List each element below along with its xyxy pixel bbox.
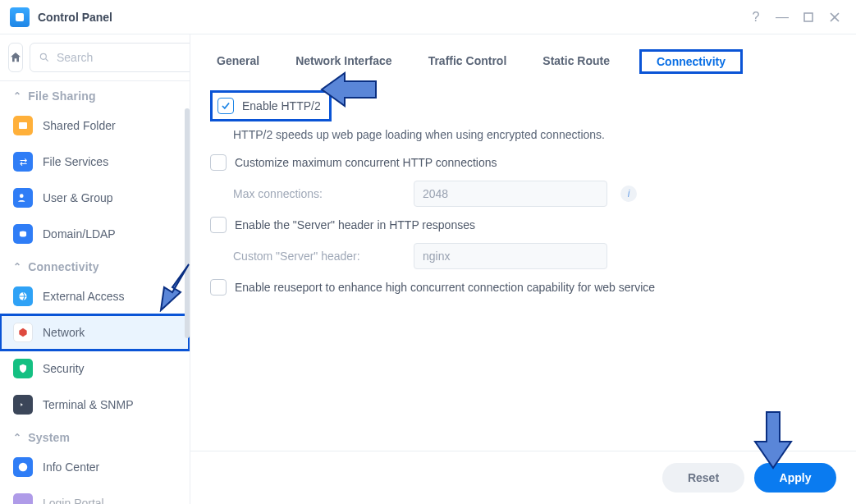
tab-bar: General Network Interface Traffic Contro…: [190, 34, 856, 74]
window-titlebar: Control Panel ? —: [0, 0, 856, 34]
network-icon: [13, 323, 33, 342]
section-label: File Sharing: [28, 89, 96, 103]
login-icon: [13, 493, 33, 504]
reuseport-checkbox[interactable]: [210, 279, 227, 296]
search-box[interactable]: [30, 43, 190, 72]
tab-traffic-control[interactable]: Traffic Control: [422, 49, 514, 74]
sidebar-item-terminal-snmp[interactable]: Terminal & SNMP: [0, 387, 190, 423]
search-icon: [39, 52, 50, 63]
ldap-icon: [13, 224, 33, 244]
sidebar-item-shared-folder[interactable]: Shared Folder: [0, 108, 190, 144]
file-icon: ⇄: [13, 152, 33, 172]
sidebar-item-label: External Access: [43, 290, 125, 303]
sidebar-item-user-group[interactable]: User & Group: [0, 180, 190, 216]
chevron-up-icon: ⌃: [13, 432, 21, 443]
sidebar-item-domain-ldap[interactable]: Domain/LDAP: [0, 216, 190, 252]
folder-icon: [13, 116, 33, 135]
shield-icon: [13, 359, 33, 378]
help-icon[interactable]: ?: [744, 6, 767, 29]
section-label: System: [28, 431, 70, 444]
reuseport-row[interactable]: Enable reuseport to enhance high concurr…: [210, 274, 836, 300]
footer-bar: Reset Apply: [190, 451, 856, 504]
chevron-up-icon: ⌃: [13, 90, 21, 102]
svg-point-1: [40, 53, 46, 59]
http2-hint: HTTP/2 speeds up web page loading when u…: [210, 126, 836, 149]
tab-static-route[interactable]: Static Route: [536, 49, 616, 74]
reset-button[interactable]: Reset: [662, 463, 744, 493]
enable-http2-checkbox[interactable]: [217, 98, 234, 114]
server-header-checkbox[interactable]: [210, 217, 227, 233]
server-header-label: Enable the "Server" header in HTTP respo…: [235, 218, 475, 231]
sidebar-item-file-services[interactable]: ⇄ File Services: [0, 144, 190, 180]
max-conn-subrow: Max connections: 2048 i: [210, 176, 836, 212]
sidebar-item-label: Terminal & SNMP: [43, 398, 133, 411]
section-label: Connectivity: [28, 260, 98, 273]
sidebar-item-info-center[interactable]: i Info Center: [0, 449, 190, 485]
section-connectivity[interactable]: ⌃ Connectivity: [0, 252, 190, 278]
custom-server-header-subrow: Custom "Server" header: nginx: [210, 238, 836, 274]
custom-server-header-label: Custom "Server" header:: [233, 250, 405, 263]
sidebar: ⌃ File Sharing Shared Folder ⇄ File Serv…: [0, 34, 190, 504]
customize-max-conn-checkbox[interactable]: [210, 154, 227, 171]
max-conn-input[interactable]: 2048: [414, 181, 607, 207]
minimize-icon[interactable]: —: [771, 6, 794, 29]
sidebar-item-label: Domain/LDAP: [43, 227, 116, 241]
window-title: Control Panel: [38, 11, 112, 24]
customize-max-conn-label: Customize maximum concurrent HTTP connec…: [235, 156, 497, 169]
sidebar-item-label: Network: [43, 326, 85, 339]
apply-button[interactable]: Apply: [754, 463, 836, 493]
search-input[interactable]: [55, 50, 190, 65]
chevron-up-icon: ⌃: [13, 261, 21, 273]
sidebar-item-label: File Services: [43, 155, 108, 168]
svg-rect-0: [804, 13, 813, 21]
sidebar-item-external-access[interactable]: External Access: [0, 278, 190, 314]
enable-http2-label: Enable HTTP/2: [242, 99, 321, 112]
globe-link-icon: [13, 286, 33, 306]
custom-server-header-input[interactable]: nginx: [414, 243, 607, 269]
scrollbar-thumb[interactable]: [185, 108, 190, 338]
app-icon: [10, 7, 30, 27]
sidebar-item-label: User & Group: [43, 191, 113, 204]
terminal-icon: [13, 395, 33, 415]
section-file-sharing[interactable]: ⌃ File Sharing: [0, 81, 190, 108]
sidebar-item-label: Info Center: [43, 460, 99, 474]
maximize-icon[interactable]: [797, 6, 820, 29]
info-icon: i: [13, 457, 33, 477]
sidebar-item-label: Login Portal: [43, 497, 104, 504]
main-panel: General Network Interface Traffic Contro…: [190, 34, 856, 504]
sidebar-item-label: Shared Folder: [43, 119, 116, 132]
server-header-row[interactable]: Enable the "Server" header in HTTP respo…: [210, 212, 836, 238]
enable-http2-row[interactable]: Enable HTTP/2: [210, 90, 332, 121]
home-button[interactable]: [8, 43, 23, 72]
info-tooltip-icon[interactable]: i: [620, 186, 637, 202]
sidebar-item-label: Security: [43, 362, 85, 375]
tab-general[interactable]: General: [210, 49, 266, 74]
max-conn-label: Max connections:: [233, 187, 405, 200]
sidebar-item-login-portal[interactable]: Login Portal: [0, 485, 190, 504]
reuseport-label: Enable reuseport to enhance high concurr…: [235, 281, 655, 294]
users-icon: [13, 188, 33, 208]
close-icon[interactable]: [823, 6, 846, 29]
sidebar-item-security[interactable]: Security: [0, 351, 190, 387]
tab-network-interface[interactable]: Network Interface: [289, 49, 398, 74]
section-system[interactable]: ⌃ System: [0, 423, 190, 449]
customize-max-conn-row[interactable]: Customize maximum concurrent HTTP connec…: [210, 149, 836, 176]
tab-connectivity[interactable]: Connectivity: [639, 49, 743, 74]
svg-point-2: [20, 194, 24, 198]
tab-content: Enable HTTP/2 HTTP/2 speeds up web page …: [190, 74, 856, 451]
sidebar-item-network[interactable]: Network: [0, 314, 190, 351]
